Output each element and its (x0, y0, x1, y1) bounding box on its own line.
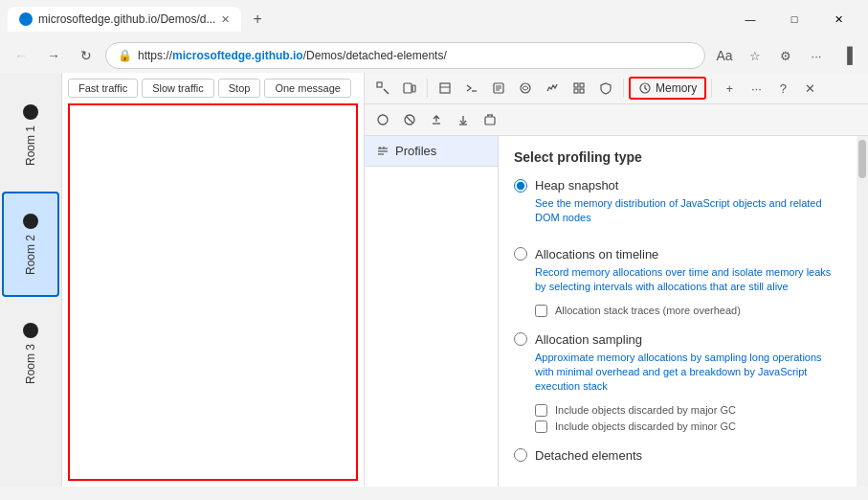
allocation-sampling-radio[interactable] (514, 332, 527, 346)
nav-icons: Aa ☆ ⚙ ··· ▐ (711, 42, 860, 69)
allocation-sampling-label: Allocation sampling (535, 332, 642, 347)
room-2-item[interactable]: Room 2 (2, 192, 59, 297)
allocation-sampling-radio-row: Allocation sampling (514, 332, 841, 347)
new-tab-button[interactable]: + (245, 7, 269, 32)
include-major-gc-row: Include objects discarded by major GC (535, 404, 841, 417)
title-bar: microsoftedge.github.io/Demos/d... ✕ + —… (0, 0, 868, 38)
allocation-stack-traces-row: Allocation stack traces (more overhead) (535, 305, 841, 317)
devtools-right-panel: Select profiling type Heap snapshot See … (499, 136, 868, 487)
more-panels-button[interactable]: ··· (744, 76, 768, 101)
scrollbar-thumb (858, 140, 866, 178)
forward-button[interactable]: → (40, 42, 67, 69)
page-content-box (68, 103, 358, 481)
performance-button[interactable] (540, 76, 565, 101)
memory-icon (638, 81, 652, 95)
include-major-gc-label: Include objects discarded by major GC (555, 404, 736, 416)
devtools-action-toolbar (365, 104, 868, 136)
heap-snapshot-radio[interactable] (514, 179, 527, 193)
devtools-panel: Memory + ··· ? ✕ (364, 73, 868, 487)
page-content-area: Fast traffic Slow traffic Stop One messa… (62, 73, 364, 487)
allocation-sampling-desc: Approximate memory allocations by sampli… (535, 351, 841, 395)
panel-scrollbar[interactable] (857, 136, 868, 487)
close-button[interactable]: ✕ (816, 6, 860, 33)
memory-tab-label: Memory (656, 81, 697, 95)
allocations-timeline-radio-row: Allocations on timeline (514, 247, 841, 261)
one-message-button[interactable]: One message (264, 79, 350, 98)
elements-button[interactable] (433, 76, 457, 101)
nav-bar: ← → ↻ 🔒 https://microsoftedge.github.io/… (0, 38, 868, 73)
browser-essentials-button[interactable]: ⚙ (772, 42, 799, 69)
add-panel-button[interactable]: + (717, 76, 742, 101)
refresh-button[interactable]: ↻ (73, 42, 100, 69)
allocations-timeline-desc: Record memory allocations over time and … (535, 265, 841, 295)
console-button[interactable] (459, 76, 484, 101)
inspect-element-button[interactable] (370, 76, 395, 101)
browser-chrome: microsoftedge.github.io/Demos/d... ✕ + —… (0, 0, 868, 73)
security-button[interactable] (593, 76, 618, 101)
minimize-button[interactable]: — (728, 6, 772, 33)
svg-point-16 (378, 115, 388, 125)
room-1-item[interactable]: Room 1 (2, 82, 59, 188)
include-minor-gc-row: Include objects discarded by minor GC (535, 420, 841, 433)
devtools-top-toolbar: Memory + ··· ? ✕ (365, 73, 868, 104)
svg-rect-0 (377, 82, 382, 87)
sidebar-button[interactable]: ▐ (834, 42, 860, 69)
room-3-item[interactable]: Room 3 (2, 301, 59, 406)
detached-elements-radio[interactable] (514, 448, 527, 462)
read-aloud-button[interactable]: Aa (711, 42, 738, 69)
slow-traffic-button[interactable]: Slow traffic (142, 79, 214, 98)
application-button[interactable] (567, 76, 591, 101)
upload-button[interactable] (424, 107, 449, 132)
clear-button[interactable] (397, 107, 422, 132)
tab-favicon (19, 12, 33, 26)
url-display: https://microsoftedge.github.io/Demos/de… (138, 49, 447, 62)
devtools-sidebar: Profiles (365, 136, 499, 487)
allocation-stack-traces-checkbox[interactable] (535, 305, 547, 317)
page-toolbar: Fast traffic Slow traffic Stop One messa… (68, 79, 358, 98)
memory-profiling-panel: Select profiling type Heap snapshot See … (499, 136, 857, 487)
sources-button[interactable] (486, 76, 511, 101)
toolbar-separator-2 (623, 79, 624, 98)
svg-rect-13 (574, 89, 578, 93)
device-toolbar-button[interactable] (397, 76, 422, 101)
memory-tab[interactable]: Memory (629, 77, 706, 100)
detached-elements-label: Detached elements (535, 448, 642, 463)
room-2-label: Room 2 (24, 235, 37, 275)
room-sidebar: Room 1 Room 2 Room 3 (0, 73, 62, 487)
stop-button[interactable]: Stop (218, 79, 261, 98)
record-button[interactable] (370, 107, 395, 132)
profiles-tab[interactable]: Profiles (365, 136, 498, 167)
room-3-dot (23, 323, 38, 338)
room-1-label: Room 1 (24, 125, 37, 166)
download-button[interactable] (451, 107, 476, 132)
svg-rect-14 (580, 89, 584, 93)
svg-rect-1 (404, 83, 412, 93)
panel-title: Select profiling type (514, 149, 841, 165)
active-tab[interactable]: microsoftedge.github.io/Demos/d... ✕ (8, 7, 241, 32)
include-minor-gc-checkbox[interactable] (535, 420, 547, 433)
profiles-icon (376, 145, 389, 158)
room-3-label: Room 3 (24, 344, 37, 384)
network-button[interactable] (513, 76, 538, 101)
allocations-timeline-radio[interactable] (514, 247, 527, 261)
svg-rect-2 (412, 85, 415, 92)
delete-button[interactable] (478, 107, 502, 132)
address-bar[interactable]: 🔒 https://microsoftedge.github.io/Demos/… (105, 42, 705, 69)
more-tools-button[interactable]: ··· (803, 42, 830, 69)
tab-close-button[interactable]: ✕ (221, 13, 230, 26)
fast-traffic-button[interactable]: Fast traffic (68, 79, 138, 98)
include-minor-gc-label: Include objects discarded by minor GC (555, 420, 736, 432)
room-1-dot (23, 104, 38, 120)
allocation-sampling-option: Allocation sampling Approximate memory a… (514, 332, 841, 433)
allocations-timeline-option: Allocations on timeline Record memory al… (514, 247, 841, 317)
back-button[interactable]: ← (8, 42, 34, 69)
include-major-gc-checkbox[interactable] (535, 404, 547, 417)
favorites-button[interactable]: ☆ (742, 42, 768, 69)
help-button[interactable]: ? (770, 76, 795, 101)
window-controls: — □ ✕ (728, 6, 860, 33)
tab-title: microsoftedge.github.io/Demos/d... (38, 12, 215, 26)
close-devtools-button[interactable]: ✕ (797, 76, 822, 101)
detached-elements-radio-row: Detached elements (514, 448, 841, 463)
maximize-button[interactable]: □ (772, 6, 816, 33)
svg-rect-11 (574, 83, 578, 87)
